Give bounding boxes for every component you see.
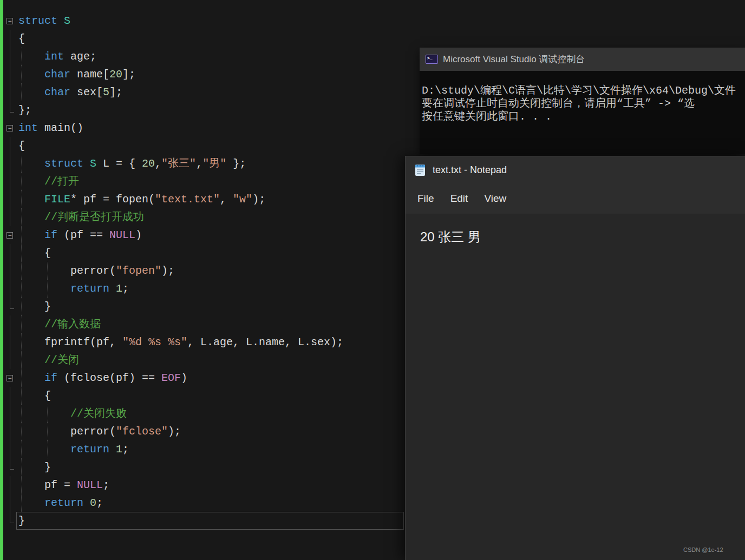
fold-margin [3,244,16,262]
console-titlebar[interactable]: Microsoft Visual Studio 调试控制台 [420,48,745,71]
indent-guide [21,208,22,226]
indent-guide [21,280,22,298]
code-token: fprintf(pf, [18,336,122,348]
indent-guide [47,280,48,298]
code-token: { [18,390,51,402]
code-token [18,229,44,241]
fold-margin [3,190,16,208]
code-text: perror("fclose"); [16,423,405,440]
fold-margin [3,280,16,298]
indent-guide [47,423,48,440]
code-token: (pf == [57,229,109,241]
indent-guide [21,226,22,244]
indent-guide [21,423,22,440]
console-title: Microsoft Visual Studio 调试控制台 [443,53,585,65]
fold-margin [3,476,16,494]
fold-collapse-icon[interactable] [3,369,16,387]
code-line: perror("fclose"); [3,423,405,440]
code-line: //判断是否打开成功 [3,208,405,226]
code-line: if (pf == NULL) [3,226,405,244]
code-token [18,50,44,63]
code-line: } [3,458,405,476]
code-text: int main() [16,119,405,137]
code-token: ]; [109,86,122,98]
code-text: }; [16,101,405,119]
code-text: } [16,458,405,476]
indent-guide [47,440,48,458]
fold-margin [3,65,16,83]
code-token [18,193,44,206]
code-token [18,318,44,331]
code-token: FILE [44,193,70,206]
indent-guide [21,65,22,83]
code-token: , [155,157,161,170]
fold-margin [3,155,16,173]
code-text: return 1; [16,280,405,298]
code-token: return [44,497,83,509]
code-token: ; [96,497,103,509]
code-line: //输入数据 [3,315,405,333]
code-token [18,443,70,456]
code-line: pf = NULL; [3,476,405,494]
code-line: char name[20]; [3,65,405,83]
indent-guide [21,494,22,512]
fold-margin [3,440,16,458]
code-line: int age; [3,48,405,65]
code-text: return 1; [16,440,405,458]
code-text: { [16,30,405,48]
code-line: perror("fopen"); [3,262,405,280]
menu-edit[interactable]: Edit [442,189,476,208]
menu-view[interactable]: View [476,189,514,208]
code-token: ; [122,282,129,295]
code-token [18,497,44,509]
code-line: //关闭 [3,351,405,369]
editor-bottom-outline [16,512,404,530]
code-token: ]; [122,68,135,81]
code-line: struct S [3,12,405,30]
code-line: { [3,387,405,405]
code-token [83,157,90,170]
code-token: L = { [96,157,142,170]
code-text: fprintf(pf, "%d %s %s", L.age, L.name, L… [16,333,405,351]
code-token: (fclose(pf) == [57,372,161,384]
menu-file[interactable]: File [409,189,442,208]
fold-margin [3,137,16,155]
code-text: perror("fopen"); [16,262,405,280]
fold-collapse-icon[interactable] [3,226,16,244]
code-line: if (fclose(pf) == EOF) [3,369,405,387]
fold-margin [3,494,16,512]
code-token: return [70,282,109,295]
code-token: ) [181,372,187,384]
notepad-content[interactable]: 20 张三 男 [406,214,745,560]
code-token: ); [161,265,174,277]
code-token: { [18,140,25,152]
code-token [18,407,70,420]
code-token: struct [18,15,57,27]
code-token: main() [38,122,83,134]
notepad-titlebar[interactable]: text.txt - Notepad [406,156,745,183]
fold-collapse-icon[interactable] [3,119,16,137]
code-token: * pf = fopen( [70,193,155,206]
fold-margin [3,208,16,226]
code-text: char name[20]; [16,65,405,83]
fold-margin [3,101,16,119]
code-token: int [18,122,38,134]
code-token: } [18,300,51,313]
code-text: pf = NULL; [16,476,405,494]
console-line: D:\study\编程\C语言\比特\学习\文件操作\x64\Debug\文件 [422,84,743,97]
code-token: name[ [70,68,109,81]
code-editor[interactable]: struct S{ int age; char name[20]; char s… [3,0,405,560]
code-token: , L.age, L.name, L.sex); [187,336,343,348]
code-token: //输入数据 [44,318,101,331]
code-token: , [196,157,202,170]
code-token [18,372,44,384]
code-text: struct S L = { 20,"张三","男" }; [16,155,405,173]
code-token: 0 [90,497,96,509]
notepad-icon [415,163,426,176]
code-token: if [44,372,57,384]
fold-margin [3,333,16,351]
fold-collapse-icon[interactable] [3,12,16,30]
code-token: perror( [18,425,116,438]
fold-margin [3,458,16,476]
debug-console-window: Microsoft Visual Studio 调试控制台 D:\study\编… [420,48,745,154]
